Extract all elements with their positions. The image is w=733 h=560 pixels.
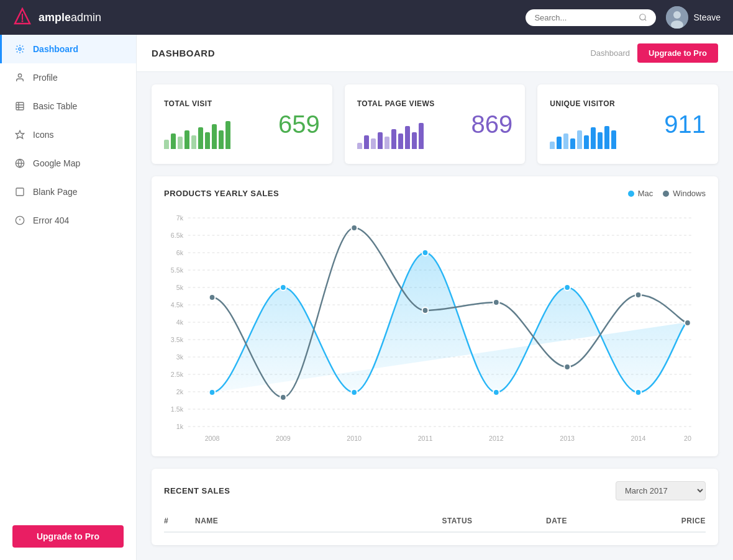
col-header-date: DATE [507,517,606,525]
svg-text:2013: 2013 [560,435,575,442]
col-header-status: STATUS [407,517,507,525]
sidebar-item-google-map[interactable]: Google Map [0,149,136,178]
sidebar-label-basic-table: Basic Table [33,101,77,111]
stat-left-visitor: UNIQUE VISITOR [550,99,616,149]
sidebar-item-icons[interactable]: Icons [0,120,136,149]
recent-sales-title: RECENT SALES [164,486,230,495]
col-header-num: # [164,517,195,525]
stat-card-page-views: TOTAL PAGE VIEWS 869 [345,84,526,164]
breadcrumb-area: Dashboard Upgrade to Pro [590,43,718,63]
profile-icon [14,72,25,83]
header-upgrade-button[interactable]: Upgrade to Pro [637,43,718,63]
mini-bar [577,130,582,149]
chart-header: PRODUCTS YEARLY SALES Mac Windows [164,189,706,198]
svg-rect-9 [16,102,24,110]
svg-text:2012: 2012 [489,435,504,442]
stat-card-total-visit: TOTAL VISIT 659 [152,84,332,164]
sidebar-item-profile[interactable]: Profile [0,63,136,92]
table-icon [14,101,25,112]
svg-text:3.5k: 3.5k [171,336,184,343]
mini-bar [171,133,176,149]
mini-bars-visitor [550,118,616,149]
svg-point-61 [564,364,570,370]
legend-label-mac: Mac [638,189,653,198]
col-header-name: NAME [195,517,407,525]
svg-text:6k: 6k [176,249,184,256]
mini-bar [550,142,555,150]
sidebar-item-dashboard[interactable]: Dashboard [0,35,136,63]
map-icon [14,158,25,169]
error-icon [14,215,25,226]
sidebar-label-profile: Profile [33,73,58,83]
mini-bars-views [357,118,435,149]
mini-bar [191,135,196,150]
mini-bar [412,132,417,150]
legend-mac: Mac [628,189,653,198]
legend-dot-windows [663,191,669,197]
stat-label-visit: TOTAL VISIT [164,99,230,108]
mini-bar [391,129,396,150]
blank-icon [14,186,25,197]
search-icon [639,13,647,22]
month-select[interactable]: January 2017 February 2017 March 2017 Ap… [616,481,706,500]
svg-text:7k: 7k [176,214,184,222]
col-header-price: PRICE [606,517,706,525]
mini-bar [371,138,376,150]
svg-rect-12 [16,188,24,196]
sidebar-item-basic-table[interactable]: Basic Table [0,92,136,120]
mini-bar [205,132,210,150]
svg-text:2011: 2011 [418,435,433,442]
legend-label-windows: Windows [673,189,706,198]
mini-bar [385,137,389,149]
sidebar-item-error-404[interactable]: Error 404 [0,206,136,235]
stat-value-visit: 659 [278,111,320,138]
logo-icon [12,7,32,27]
svg-text:3k: 3k [176,353,184,361]
stat-card-unique-visitor: UNIQUE VISITOR 911 [537,84,718,164]
breadcrumb: Dashboard [590,48,630,58]
svg-point-53 [564,284,570,291]
user-area: Steave [666,6,721,29]
content-area: DASHBOARD Dashboard Upgrade to Pro TOTAL… [137,35,733,560]
mini-bar [591,127,596,149]
mini-bar [598,132,603,150]
avatar [666,6,688,29]
sidebar-label-icons: Icons [33,130,53,140]
svg-point-63 [685,320,691,326]
mini-bar [364,135,369,150]
svg-text:5.5k: 5.5k [171,266,184,274]
recent-sales-header: RECENT SALES January 2017 February 2017 … [164,481,706,500]
mini-bar [563,133,568,149]
icons-icon [14,129,25,140]
svg-point-56 [209,294,216,300]
mini-bar [557,137,562,149]
stat-label-views: TOTAL PAGE VIEWS [357,99,435,108]
svg-point-59 [422,307,429,314]
logo-area: ampleadmin [12,7,101,27]
chart-section: PRODUCTS YEARLY SALES Mac Windows [152,176,718,456]
svg-point-49 [280,284,286,291]
svg-point-5 [673,11,681,19]
svg-point-51 [422,250,429,256]
svg-text:2009: 2009 [276,435,291,442]
svg-point-8 [18,74,21,77]
mini-bar [570,138,575,150]
chart-container: 7k 6.5k 6k 5.5k 5k 4.5k 4k 3.5k 3k 2.5k … [164,208,706,444]
svg-point-62 [635,292,642,298]
svg-text:20: 20 [684,435,691,442]
svg-text:2k: 2k [176,388,184,395]
svg-text:1.5k: 1.5k [171,405,184,413]
logo-text: ampleadmin [39,11,101,24]
sidebar-label-blank-page: Blank Page [33,187,78,197]
sidebar-upgrade-button[interactable]: Upgrade to Pro [12,525,124,548]
mini-bar [164,140,169,149]
page-title: DASHBOARD [152,48,215,58]
search-input[interactable] [534,13,634,22]
svg-marker-10 [16,130,24,138]
stat-left-visit: TOTAL VISIT [164,99,230,149]
svg-text:2010: 2010 [347,435,362,442]
sidebar-item-blank-page[interactable]: Blank Page [0,178,136,206]
main-layout: Dashboard Profile Basic Table [0,35,733,560]
legend-dot-mac [628,191,634,197]
search-box[interactable] [526,9,656,26]
